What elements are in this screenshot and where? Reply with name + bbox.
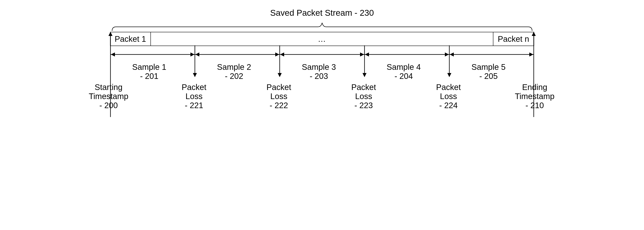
svg-marker-9 (275, 52, 279, 56)
packet-middle-cell: … (151, 32, 493, 46)
packet-first-cell: Packet 1 (110, 32, 151, 46)
bottom-labels-row: Starting Timestamp - 200 Ending Timestam… (110, 83, 534, 123)
packet-last-cell: Packet n (493, 32, 534, 46)
svg-marker-18 (529, 52, 533, 56)
svg-marker-6 (190, 52, 194, 56)
svg-marker-12 (360, 52, 364, 56)
diagram-container: Saved Packet Stream - 230 Packet 1 … Pac… (110, 8, 534, 123)
svg-marker-17 (450, 52, 454, 56)
svg-marker-11 (280, 52, 284, 56)
sample-label-4: Sample 4 - 204 (387, 62, 421, 81)
svg-marker-5 (111, 52, 115, 56)
svg-marker-15 (445, 52, 449, 56)
diagram-title: Saved Packet Stream - 230 (110, 8, 534, 18)
packet-loss-label-1: Packet Loss - 221 (182, 83, 206, 110)
sample-label-5: Sample 5 - 205 (472, 62, 506, 81)
brace-icon (110, 20, 534, 32)
packet-loss-label-4: Packet Loss - 224 (436, 83, 461, 110)
sample-label-3: Sample 3 - 203 (302, 62, 336, 81)
sample-label-1: Sample 1 - 201 (132, 62, 166, 81)
sample-labels-row: Sample 1 - 201 Sample 2 - 202 Sample 3 -… (110, 62, 534, 83)
arrows-container (110, 46, 534, 62)
ending-timestamp-label: Ending Timestamp - 210 (515, 83, 554, 110)
packet-loss-label-3: Packet Loss - 223 (352, 83, 376, 110)
svg-marker-8 (195, 52, 199, 56)
packet-loss-label-2: Packet Loss - 222 (266, 83, 291, 110)
packet-stream-row: Packet 1 … Packet n (110, 32, 534, 46)
svg-marker-14 (365, 52, 369, 56)
sample-label-2: Sample 2 - 202 (217, 62, 251, 81)
starting-timestamp-label: Starting Timestamp - 200 (89, 83, 128, 110)
brace-container (110, 20, 534, 32)
